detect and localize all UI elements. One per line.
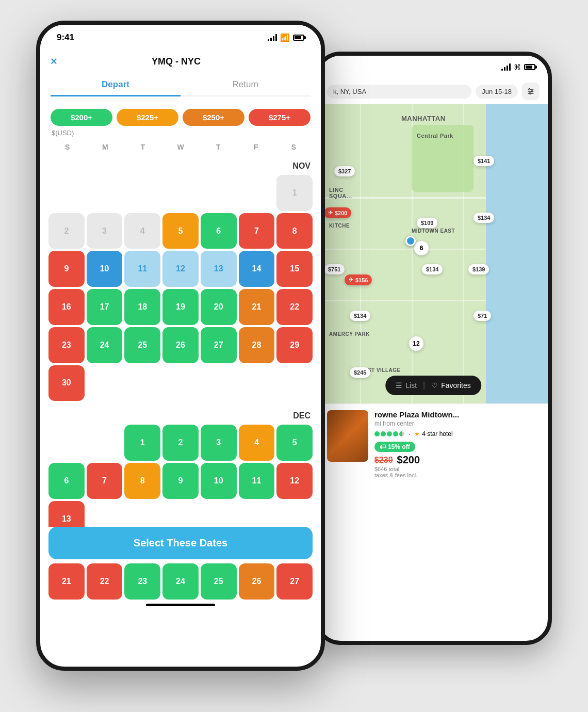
cal-day-nov-30[interactable]: 30	[48, 365, 85, 401]
map-pin[interactable]: $109	[417, 218, 437, 228]
month-label-dec: DEC	[48, 405, 313, 425]
filter-button[interactable]	[522, 83, 540, 100]
price-tags: $200+ $225+ $250+ $275+	[51, 109, 311, 126]
cal-day-dec-10[interactable]: 10	[201, 463, 237, 499]
map-pin[interactable]: $327	[334, 166, 355, 176]
cal-day-nov-17[interactable]: 17	[87, 289, 123, 325]
cal-day-nov-4[interactable]: 4	[124, 213, 160, 249]
map-pin[interactable]: $141	[473, 156, 494, 166]
cal-day-nov-27[interactable]: 27	[201, 327, 237, 363]
price-tag-275: $275+	[249, 109, 311, 126]
front-status-bar: 9:41 📶	[40, 25, 321, 51]
cal-day-dec-7[interactable]: 7	[87, 463, 123, 499]
cal-day-nov-2[interactable]: 2	[48, 213, 85, 249]
cal-day-dec-25[interactable]: 25	[201, 563, 237, 600]
cal-day-nov-20[interactable]: 20	[201, 289, 237, 325]
favorites-button[interactable]: ♡ Favorites	[431, 381, 471, 390]
cal-day-nov-5[interactable]: 5	[162, 213, 199, 249]
list-button[interactable]: ☰ List	[396, 381, 417, 390]
cal-day-dec-21[interactable]: 21	[48, 563, 85, 600]
cal-day-nov-7[interactable]: 7	[239, 213, 275, 249]
map-cluster[interactable]: 12	[409, 336, 423, 351]
day-header-s2: S	[275, 141, 313, 153]
front-wifi-icon: 📶	[280, 33, 290, 42]
location-pin	[405, 236, 416, 246]
cal-day-nov-24[interactable]: 24	[87, 327, 123, 363]
cal-day-dec-8[interactable]: 8	[124, 463, 160, 499]
cal-day-dec-11[interactable]: 11	[239, 463, 275, 499]
cal-day-empty	[239, 365, 275, 401]
cal-day-nov-23[interactable]: 23	[48, 327, 85, 363]
hotel-image	[327, 410, 368, 462]
manhattan-label: MANHATTAN	[401, 115, 446, 122]
day-header-t2: T	[200, 141, 237, 153]
back-signal-bars	[501, 63, 511, 71]
cal-day-nov-16[interactable]: 16	[48, 289, 85, 325]
map-area[interactable]: MANHATTAN Central Park LINCSQUA... KITCH…	[319, 104, 548, 403]
cal-day-nov-25[interactable]: 25	[124, 327, 160, 363]
map-pin-selected[interactable]: ✈$156	[345, 274, 372, 285]
map-pin[interactable]: $139	[468, 264, 489, 274]
cal-day-nov-8[interactable]: 8	[276, 213, 313, 249]
select-dates-button[interactable]: Select These Dates	[48, 527, 313, 559]
cal-day-nov-29[interactable]: 29	[276, 327, 313, 363]
cal-day-nov-18[interactable]: 18	[124, 289, 160, 325]
cal-day-dec-12[interactable]: 12	[276, 463, 313, 499]
front-phone: 9:41 📶 × YMQ - NYC Depart Return	[36, 21, 325, 671]
tab-depart[interactable]: Depart	[51, 74, 181, 96]
cal-day-dec-1[interactable]: 1	[124, 425, 160, 461]
cal-day-dec-6[interactable]: 6	[48, 463, 85, 499]
day-header-w: W	[161, 141, 199, 153]
cal-day-dec-22[interactable]: 22	[87, 563, 123, 600]
divider: |	[423, 381, 425, 390]
cal-day-dec-3[interactable]: 3	[201, 425, 237, 461]
cal-day-dec-23[interactable]: 23	[124, 563, 160, 600]
cal-day-nov-9[interactable]: 9	[48, 251, 85, 287]
cal-day-nov-6[interactable]: 6	[201, 213, 237, 249]
cal-day-dec-2[interactable]: 2	[162, 425, 199, 461]
cal-day-nov-13[interactable]: 13	[201, 251, 237, 287]
map-pin[interactable]: $134	[350, 311, 370, 321]
calendar-scroll[interactable]: NOV 1 2 3 4 5 6 7 8 9 10	[40, 155, 321, 527]
cal-day-dec-5[interactable]: 5	[276, 425, 313, 461]
cal-day-dec-13[interactable]: 13	[48, 501, 85, 527]
tab-return[interactable]: Return	[181, 74, 311, 95]
cal-day-nov-19[interactable]: 19	[162, 289, 199, 325]
month-label-nov: NOV	[48, 155, 313, 175]
map-pin[interactable]: $245	[350, 367, 370, 378]
cal-day-dec-24[interactable]: 24	[162, 563, 199, 600]
date-range-label[interactable]: Jun 15-18	[476, 85, 518, 99]
map-pin[interactable]: $134	[473, 213, 494, 223]
cal-day-dec-26[interactable]: 26	[239, 563, 275, 600]
hotel-card[interactable]: rowne Plaza Midtown... mi from center · …	[319, 403, 548, 484]
discount-badge: 🏷 15% off	[374, 442, 415, 452]
extra-dec-rows: 21 22 23 24 25 26 27	[40, 563, 321, 600]
cal-day-empty	[87, 365, 123, 401]
cal-day-nov-3[interactable]: 3	[87, 213, 123, 249]
cal-day-empty	[48, 425, 85, 461]
location-label[interactable]: k, NY, USA	[327, 85, 471, 99]
price-tag-225: $225+	[117, 109, 178, 126]
cal-day-nov-28[interactable]: 28	[239, 327, 275, 363]
cal-day-nov-11[interactable]: 11	[124, 251, 160, 287]
cal-day-nov-26[interactable]: 26	[162, 327, 199, 363]
map-pin[interactable]: $751	[324, 264, 345, 274]
cal-day-nov-12[interactable]: 12	[162, 251, 199, 287]
cal-day-dec-4[interactable]: 4	[239, 425, 275, 461]
cal-day-nov-21[interactable]: 21	[239, 289, 275, 325]
cal-day-nov-22[interactable]: 22	[276, 289, 313, 325]
cal-day-dec-9[interactable]: 9	[162, 463, 199, 499]
cal-day-nov-15[interactable]: 15	[276, 251, 313, 287]
map-pin[interactable]: $71	[473, 311, 491, 321]
cal-day-dec-27[interactable]: 27	[276, 563, 313, 600]
scene: ⌘ k, NY, USA Jun 15-18	[36, 21, 552, 691]
map-pin[interactable]: $134	[422, 264, 443, 274]
cal-day-empty	[201, 175, 237, 211]
cal-day-nov-14[interactable]: 14	[239, 251, 275, 287]
cal-day-nov-1[interactable]: 1	[276, 175, 313, 211]
map-cluster[interactable]: 6	[414, 241, 429, 255]
cal-day-nov-10[interactable]: 10	[87, 251, 123, 287]
map-pin-selected[interactable]: ✈$200	[324, 207, 351, 218]
close-button[interactable]: ×	[51, 55, 57, 68]
day-header-t1: T	[124, 141, 161, 153]
